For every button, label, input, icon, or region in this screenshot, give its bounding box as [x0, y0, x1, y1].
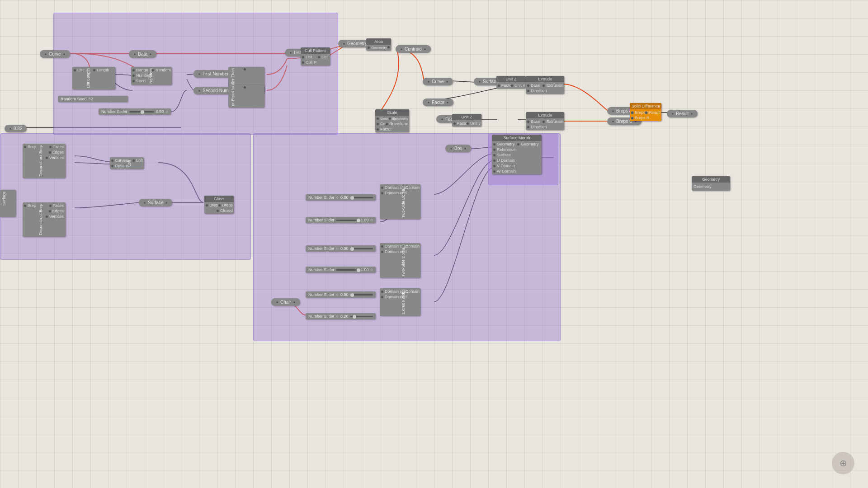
ew-start-port: Domain start [381, 289, 399, 294]
ns-d1s-icon: ○ [336, 195, 339, 200]
ns-d1s-track[interactable] [350, 197, 373, 198]
ns-d3e-track[interactable] [350, 316, 373, 317]
tsd1-start-port: Domain start [381, 185, 399, 190]
scale-node[interactable]: Scale Geometry Center Factor Geometry Tr… [375, 109, 409, 132]
ns-domain3-start[interactable]: Number Slider ○ 0.00 [306, 291, 376, 298]
chair-pill[interactable]: Chair [271, 298, 300, 306]
ns-domain2-start[interactable]: Number Slider ○ 0.00 [306, 245, 376, 252]
navigation-widget[interactable]: ⊕ [832, 452, 854, 474]
extrude-base-port: Base [527, 83, 544, 88]
chair-label: Chair [280, 300, 291, 305]
oe-output-port [237, 86, 246, 89]
sm-wdomain-port: W Domain [493, 169, 516, 174]
db1-edges-port: Edges [45, 150, 64, 155]
two-side-domain-2[interactable]: Domain start Domain end Two-Side Domain … [380, 243, 420, 278]
sm-vdomain-port: V Domain [493, 164, 516, 168]
extrude-width-node[interactable]: Domain start Domain end Extrude width Do… [380, 288, 420, 316]
extrude-node-2[interactable]: Extrude Base Direction Extrusion [526, 112, 564, 130]
first-number-dot [198, 73, 201, 75]
data-pill[interactable]: Data [129, 50, 156, 58]
random-node[interactable]: Range Number Seed Random Random [131, 67, 172, 85]
unit-z-node-top[interactable]: Unit Z Factor Unit v [496, 76, 526, 89]
ns050-label: Number Slider [101, 109, 127, 114]
deconstruct-brep-1[interactable]: Brep Deconstruct Brep Faces Edges Vertic… [23, 144, 66, 178]
sm-udomain-port: U Domain [493, 158, 516, 163]
glass-brep-node[interactable]: Glass Breps Breps Closed [204, 196, 234, 214]
cull-pattern-node[interactable]: Cull Pattern List Cull P List [301, 47, 330, 66]
unit-z-title: Unit Z [496, 76, 526, 82]
ns-d3e-icon: ○ [336, 314, 339, 319]
extrude2-output: Extrusion [545, 119, 563, 124]
scale-geo-out: Geometry [392, 117, 408, 121]
scale-title: Scale [375, 109, 409, 116]
or-equal-node[interactable]: or Equal to [228, 85, 264, 108]
clo-loft-port: Loft [134, 158, 143, 163]
ns-d1e-icon: ○ [371, 218, 373, 222]
ns-domain1-end[interactable]: Number Slider 1.00 ○ [306, 217, 376, 223]
factor-label: Factor [432, 100, 444, 105]
geometry-right-node[interactable]: Geometry Geometry [692, 176, 730, 191]
st-output-port [237, 68, 246, 71]
chair-dot2 [293, 301, 296, 304]
curve-dot-left [44, 53, 47, 56]
curves-loft-options-node[interactable]: Curves Options Loft Loft [110, 157, 144, 169]
solid-difference-node[interactable]: Solid Difference Breps A Breps B Result [630, 103, 661, 121]
curve-pill-2[interactable]: Curve [423, 78, 453, 85]
value-082-dot [9, 127, 12, 130]
tsd2-domain-out: Domain [408, 244, 420, 249]
ns-d3e-label: Number Slider [308, 314, 335, 319]
surface-node-bottom-left[interactable]: Surface [0, 190, 16, 217]
ns-d2s-track[interactable] [350, 248, 373, 249]
centroid-dot [400, 48, 403, 51]
tsd2-end-port: Domain end [381, 249, 399, 254]
extrude-dir-port: Direction [527, 89, 544, 93]
list-dot [289, 52, 292, 54]
ns-d1e-label: Number Slider [308, 218, 335, 222]
ns-domain3-end[interactable]: Number Slider ○ 0.20 [306, 313, 376, 319]
extrude-title: Extrude [526, 76, 564, 82]
sd-result-port: Result [647, 110, 660, 115]
number-port: Number [132, 73, 146, 78]
glass-breps-port: Breps [205, 203, 218, 207]
two-side-domain-1[interactable]: Domain start Domain end Two-Side Domain … [380, 184, 420, 219]
result-pill[interactable]: Result [667, 110, 698, 117]
ns-d3e-value: 0.20 [340, 314, 349, 319]
number-slider-050[interactable]: Number Slider 0.50 ○ [99, 108, 171, 115]
db2-label: Deconstruct Brep [37, 203, 44, 236]
deconstruct-brep-2[interactable]: Brep Deconstruct Brep Faces Edges Vertic… [23, 202, 66, 237]
ns-d2e-track[interactable] [336, 269, 359, 271]
random-seed-value: 52 [89, 97, 93, 101]
ns050-track[interactable] [129, 111, 155, 113]
centroid-pill[interactable]: Centroid [396, 45, 431, 53]
curve-pill-top[interactable]: Curve [40, 50, 70, 58]
ns-domain2-end[interactable]: Number Slider 1.00 ○ [306, 267, 376, 273]
sd-brepsb-port: Breps B [631, 116, 646, 120]
surface-pill-lower[interactable]: Surface [139, 199, 172, 206]
surface-morph-node[interactable]: Surface Morph Geometry Reference Surface… [492, 135, 542, 174]
ns-d2s-label: Number Slider [308, 246, 335, 251]
ns-d3s-value: 0.00 [340, 292, 349, 297]
unit-z-node-2[interactable]: Unit Z Factor Unit v [452, 114, 481, 127]
ns-d3s-track[interactable] [350, 294, 373, 296]
result-dot [671, 113, 674, 115]
value-082-pill[interactable]: 0.82 [5, 125, 27, 132]
cp-output-port: List [317, 55, 328, 59]
geo-label: Geometry [347, 41, 367, 46]
box-pill[interactable]: Box [445, 145, 471, 152]
uz2-vector-port: Unit v [468, 121, 481, 126]
box-dot [450, 147, 453, 150]
surface-dot [478, 80, 481, 83]
list-length-node[interactable]: List List Length Length [72, 67, 115, 89]
brepsa-dot [612, 110, 614, 113]
sd-brepsa-port: Breps A [631, 110, 646, 115]
extrude-node-top[interactable]: Extrude Base Direction Extrusion [526, 76, 564, 94]
second-number-dot [198, 89, 201, 92]
factor-pill[interactable]: Factor [423, 99, 453, 106]
random-output-port: Random [156, 68, 171, 72]
ns-d1e-track[interactable] [336, 220, 359, 221]
surf-lower-dot [143, 202, 146, 204]
clo-label: Loft [126, 158, 133, 168]
random-seed-slider[interactable]: Random Seed 52 [58, 96, 128, 102]
area-node[interactable]: Area Geometry [366, 38, 391, 51]
ns-domain1-start[interactable]: Number Slider ○ 0.00 [306, 194, 376, 201]
